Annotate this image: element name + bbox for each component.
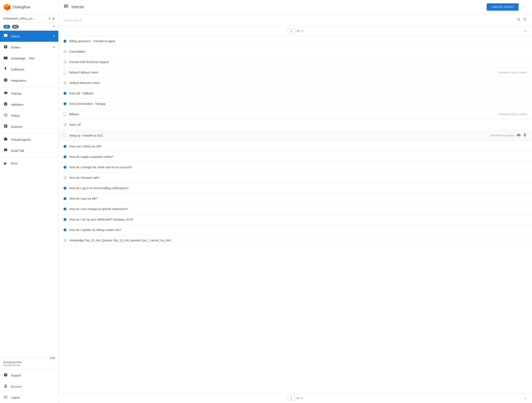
sidebar-logo-area: Dialogflow <box>0 0 58 14</box>
sidebar-item-analytics[interactable]: Analytics <box>0 121 58 132</box>
training-icon <box>3 91 8 96</box>
sidebar-item-knowledge[interactable]: Knowledge beta <box>0 53 58 64</box>
search-icon[interactable] <box>517 18 521 23</box>
plan-type: Pay as You Go <box>3 364 55 367</box>
delete-icon[interactable] <box>523 133 527 138</box>
agent-dropdown-icon[interactable]: ▾ <box>49 17 50 20</box>
sidebar-item-docs[interactable]: ▶ Docs <box>0 158 58 168</box>
bottom-pagination: OF 3 → <box>58 393 532 403</box>
intent-row[interactable]: Knowledge.Top_10_Hot_Queries.Top_10_Hot_… <box>58 235 532 246</box>
intent-row[interactable]: Billing quetsions - Transfer to agent Ad… <box>58 36 532 46</box>
intent-indicator-blue <box>63 166 66 169</box>
analytics-icon <box>3 124 8 129</box>
intent-row[interactable]: How do I opt in to receive billing notif… <box>58 183 532 193</box>
sidebar-item-integrations[interactable]: Integrations <box>0 75 58 86</box>
intent-name: End call - Fallback <box>69 92 527 95</box>
sidebar-item-prebuilt-agents[interactable]: Prebuilt Agents <box>0 134 58 145</box>
add-followup-label[interactable]: Add follow-up intent <box>491 134 514 137</box>
sidebar-item-logout[interactable]: Logout <box>0 392 58 403</box>
logout-label: Logout <box>11 396 20 399</box>
intent-row[interactable]: How do I update my billing contact info? <box>58 225 532 235</box>
intent-row[interactable]: Default Fallback Intent Contexts: temp_c… <box>58 67 532 78</box>
entities-add-icon[interactable]: + <box>53 45 55 50</box>
create-intent-button[interactable]: CREATE INTENT <box>487 3 519 11</box>
page-total: 3 <box>301 30 303 33</box>
intent-row[interactable]: Cancellation <box>58 46 532 57</box>
intent-row[interactable]: How do I change the credit card on my ac… <box>58 162 532 173</box>
sidebar-item-training[interactable]: Training <box>0 88 58 99</box>
bottom-page-next-icon[interactable]: → <box>523 396 527 401</box>
intent-name: How do I change the credit card on my ac… <box>69 166 527 169</box>
lang-add-icon[interactable]: + <box>53 25 55 29</box>
sidebar-item-intents[interactable]: Intents + <box>0 31 58 42</box>
intent-row[interactable]: End call - Fallback <box>58 88 532 99</box>
filter-icon[interactable] <box>523 18 527 23</box>
sidebar-item-support[interactable]: Support <box>0 370 58 381</box>
intent-row[interactable]: How can I check my bill? <box>58 141 532 152</box>
header-actions: CREATE INTENT ⋮ <box>487 3 527 11</box>
intent-row[interactable]: End Conversation - Hangup <box>58 99 532 109</box>
sidebar-item-account[interactable]: Account <box>0 381 58 392</box>
intent-row[interactable]: Contact 8x8 Technical Support <box>58 57 532 67</box>
page-title: Intents <box>71 5 84 9</box>
intent-indicator-blue <box>63 102 66 105</box>
prebuilt-agents-label: Prebuilt Agents <box>11 138 31 141</box>
intent-name: How do I pay my bill? <box>69 197 527 200</box>
intent-indicator-blue <box>63 208 66 211</box>
bottom-page-total: 3 <box>301 397 303 400</box>
intents-add-icon[interactable]: + <box>53 34 55 38</box>
intent-indicator-blue <box>63 187 66 190</box>
sidebar-item-validation[interactable]: Validation <box>0 99 58 110</box>
intent-row[interactable]: Default Welcome Intent <box>58 78 532 88</box>
agent-gear-icon[interactable]: ⚙ <box>52 17 55 20</box>
analytics-label: Analytics <box>11 125 23 128</box>
intent-name: How do I update my billing contact info? <box>69 228 527 232</box>
small-talk-label: Small Talk <box>11 149 24 152</box>
intent-indicator-slash <box>63 123 66 126</box>
intent-name: Knowledge.Top_10_Hot_Queries.Top_10_Hot_… <box>69 239 527 242</box>
intent-row[interactable]: How do I see charges to specific extensi… <box>58 204 532 214</box>
intent-name: Cancellation <box>69 50 527 53</box>
training-label: Training <box>11 92 21 95</box>
intent-row[interactable]: How do I apply a payment online? <box>58 152 532 162</box>
intent-name: Default Fallback Intent <box>69 71 492 74</box>
intents-header-icon <box>63 4 69 10</box>
sidebar-item-small-talk[interactable]: Small Talk <box>0 145 58 156</box>
bottom-page-input[interactable] <box>287 396 295 401</box>
agent-name: 8x8assistant_billing_pro... <box>3 17 49 20</box>
main-title-area: Intents <box>63 4 84 10</box>
intent-row[interactable]: fallback Contexts: temp_context <box>58 109 532 119</box>
intent-row[interactable]: How do I pay my bill? <box>58 193 532 204</box>
sidebar-item-fulfillment[interactable]: Fulfillment <box>0 64 58 75</box>
cloud-icon[interactable] <box>517 133 521 138</box>
sidebar-item-entities[interactable]: Entities + <box>0 42 58 53</box>
intent-row[interactable]: How do I forward calls? <box>58 173 532 183</box>
search-input[interactable] <box>63 19 517 22</box>
intent-row[interactable]: How do I set up auto withdrawal? (autopa… <box>58 214 532 225</box>
intent-name: Billing quetsions - Transfer to agent <box>69 39 527 43</box>
agent-selector[interactable]: 8x8assistant_billing_pro... ▾ ⚙ <box>0 14 58 23</box>
account-icon <box>3 384 8 389</box>
intent-name: Default Welcome Intent <box>69 81 527 85</box>
intent-indicator-bookmark <box>63 71 66 74</box>
sidebar-item-history[interactable]: History <box>0 110 58 121</box>
intent-indicator-blue <box>63 145 66 148</box>
intent-row[interactable]: hand_off <box>58 119 532 130</box>
search-area <box>58 14 532 26</box>
page-number-input[interactable] <box>287 28 295 34</box>
sidebar-bottom: Edit Enterprise Plus Pay as You Go Suppo… <box>0 358 58 403</box>
lang-primary-badge[interactable]: en <box>3 25 10 29</box>
intent-indicator-blue <box>63 197 66 200</box>
plan-edit-link[interactable]: Edit <box>50 356 55 360</box>
logo-text: Dialogflow <box>13 5 30 9</box>
validation-label: Validation <box>11 103 23 106</box>
main-header: Intents CREATE INTENT ⋮ <box>58 0 532 14</box>
language-row: en es + <box>0 23 58 31</box>
page-next-icon[interactable]: → <box>523 29 527 33</box>
more-options-icon[interactable]: ⋮ <box>521 4 527 10</box>
row-actions: Add follow-up intent <box>491 133 527 138</box>
intent-row[interactable]: Hang up - transfer to VCC Add follow-up … <box>58 130 532 141</box>
sidebar-nav: Intents + Entities + Knowledge beta Fulf… <box>0 31 58 168</box>
intent-name: End Conversation - Hangup <box>69 102 527 105</box>
lang-secondary-badge[interactable]: es <box>12 25 19 29</box>
